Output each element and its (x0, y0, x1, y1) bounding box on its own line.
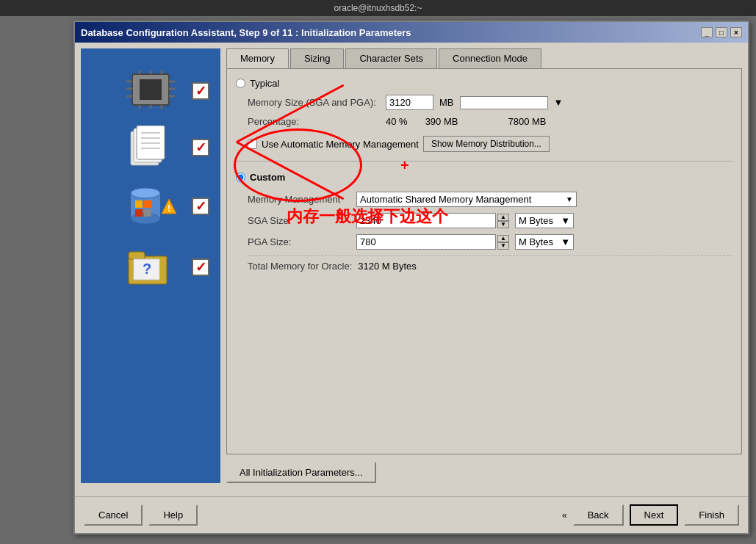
dialog-body: ✓ ✓ (75, 43, 748, 489)
footer-left: Cancel Help (84, 504, 198, 526)
pga-label: PGA Size: (248, 236, 350, 247)
terminal-title: oracle@itnuxhsdb52:~ (334, 3, 422, 13)
checkbox-row: Use Automatic Memory Management Show Mem… (248, 136, 732, 152)
total-label: Total Memory for Oracle: (248, 261, 352, 272)
svg-rect-1 (140, 79, 162, 100)
minimize-button[interactable]: _ (701, 27, 713, 37)
memory-size-input[interactable] (386, 95, 433, 110)
memory-size-label: Memory Size (SGA and PGA): (248, 97, 380, 108)
svg-rect-28 (135, 200, 143, 208)
sga-unit-dropdown[interactable]: M Bytes ▼ (515, 213, 574, 228)
pga-size-row: PGA Size: ▲ ▼ M Bytes ▼ (248, 234, 732, 250)
sga-spinner-buttons: ▲ ▼ (497, 214, 509, 228)
svg-rect-16 (137, 126, 165, 159)
pga-spinner-buttons: ▲ ▼ (497, 235, 509, 250)
show-memory-distribution-button[interactable]: Show Memory Distribution... (423, 136, 550, 152)
svg-rect-31 (144, 209, 151, 217)
check-mark-4: ✓ (192, 258, 209, 276)
sga-label: SGA Size: (248, 215, 350, 226)
check-mark-2: ✓ (192, 139, 209, 156)
total-memory-row: Total Memory for Oracle: 3120 M Bytes (248, 255, 732, 272)
radio-section: Typical (236, 78, 732, 89)
svg-text:!: ! (168, 203, 170, 214)
memory-unit: MB (439, 97, 454, 108)
svg-rect-33 (129, 252, 145, 259)
finish-button[interactable]: Finish (684, 504, 739, 526)
memory-management-dropdown[interactable]: Automatic Shared Memory Management ▼ (356, 192, 577, 207)
terminal-bar: oracle@itnuxhsdb52:~ (0, 0, 756, 16)
left-sidebar: ✓ ✓ (81, 48, 220, 483)
svg-rect-29 (135, 209, 143, 217)
tab-memory[interactable]: Memory (226, 48, 289, 68)
percentage-row: Percentage: 40 % 390 MB 7800 MB (248, 116, 732, 127)
folder-question-icon: ? (125, 243, 176, 291)
titlebar-buttons: _ □ × (701, 27, 742, 37)
check-mark-3: ✓ (192, 197, 209, 215)
sga-spinner: ▲ ▼ (356, 213, 509, 228)
database-alerts-icon: ! (125, 184, 176, 228)
sga-input[interactable] (356, 213, 496, 228)
pga-spinner: ▲ ▼ (356, 234, 509, 250)
documents-icon (125, 126, 176, 170)
svg-point-25 (131, 188, 160, 198)
slider-arrow: ▼ (554, 97, 564, 108)
all-params-section: All Initialization Parameters... (226, 454, 742, 483)
memory-management-value: Automatic Shared Memory Management (360, 194, 531, 205)
dialog-window: Database Configuration Assistant, Step 9… (73, 21, 749, 534)
cancel-button[interactable]: Cancel (84, 504, 143, 526)
percentage-label: Percentage: (248, 116, 380, 127)
maximize-button[interactable]: □ (716, 27, 727, 37)
sidebar-item-database: ! ✓ (88, 184, 213, 228)
pga-decrement-button[interactable]: ▼ (497, 242, 509, 250)
memory-management-label: Memory Management (248, 194, 350, 205)
sga-increment-button[interactable]: ▲ (497, 214, 509, 221)
back-button[interactable]: Back (573, 504, 624, 526)
svg-rect-30 (144, 200, 151, 208)
sga-size-row: SGA Size: ▲ ▼ M Bytes ▼ (248, 213, 732, 228)
custom-label: Custom (250, 172, 285, 183)
custom-section: Memory Management Automatic Shared Memor… (248, 192, 732, 272)
typical-radio[interactable] (236, 79, 245, 88)
sidebar-item-folder: ? ✓ (88, 243, 213, 291)
next-button[interactable]: Next (630, 504, 679, 526)
percentage-size: 390 MB (425, 116, 458, 127)
close-button[interactable]: × (730, 27, 742, 37)
sga-unit-label: M Bytes (519, 215, 553, 226)
tabs: Memory Sizing Character Sets Connection … (226, 48, 742, 68)
help-button[interactable]: Help (148, 504, 198, 526)
pga-increment-button[interactable]: ▲ (497, 235, 509, 242)
percentage-value: 40 % (386, 116, 408, 127)
footer-right: « Back Next Finish (562, 504, 739, 526)
dialog-titlebar: Database Configuration Assistant, Step 9… (75, 22, 748, 43)
sga-unit-arrow-icon: ▼ (561, 215, 570, 226)
memory-size-row: Memory Size (SGA and PGA): MB ▼ (248, 95, 732, 110)
dialog-title: Database Configuration Assistant, Step 9… (81, 27, 411, 38)
tab-content-memory: Typical Memory Size (SGA and PGA): MB ▼ … (226, 68, 742, 454)
tab-sizing[interactable]: Sizing (290, 48, 344, 68)
divider (236, 161, 732, 162)
memory-management-row: Memory Management Automatic Shared Memor… (248, 192, 732, 207)
auto-memory-label: Use Automatic Memory Management (262, 139, 419, 150)
sga-decrement-button[interactable]: ▼ (497, 221, 509, 228)
main-content: Memory Sizing Character Sets Connection … (226, 48, 742, 483)
total-value: 3120 M Bytes (358, 261, 417, 272)
dialog-footer: Cancel Help « Back Next Finish (75, 496, 748, 533)
pga-unit-dropdown[interactable]: M Bytes ▼ (515, 234, 574, 250)
typical-label: Typical (250, 78, 279, 89)
memory-slider[interactable] (460, 96, 548, 109)
chip-icon (125, 70, 176, 111)
check-mark-1: ✓ (192, 82, 209, 100)
dropdown-arrow-icon: ▼ (566, 195, 573, 203)
custom-radio-row: Custom (236, 172, 732, 183)
sidebar-item-chip: ✓ (88, 70, 213, 111)
tab-connection-mode[interactable]: Connection Mode (439, 48, 541, 68)
tab-character-sets[interactable]: Character Sets (345, 48, 437, 68)
typical-radio-row: Typical (236, 78, 732, 89)
custom-radio[interactable] (236, 173, 245, 182)
auto-memory-checkbox[interactable] (248, 139, 257, 149)
back-arrow-icon: « (562, 510, 567, 521)
percentage-max: 7800 MB (508, 116, 546, 127)
all-initialization-params-button[interactable]: All Initialization Parameters... (226, 462, 376, 483)
pga-unit-label: M Bytes (519, 236, 553, 247)
pga-input[interactable] (356, 234, 496, 250)
